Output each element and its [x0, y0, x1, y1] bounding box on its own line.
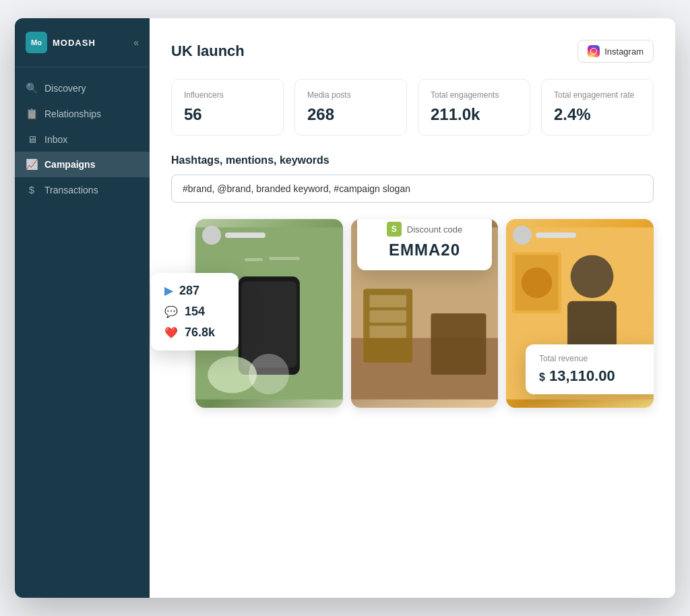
sidebar-nav: 🔍 Discovery 📋 Relationships 🖥 Inbox 📈 Ca…: [15, 67, 150, 598]
card-avatar-1: [202, 226, 265, 245]
campaigns-icon: 📈: [26, 158, 38, 171]
discount-header: S Discount code: [373, 222, 476, 237]
app-name: MODASH: [53, 38, 96, 48]
sidebar-item-label: Inbox: [44, 134, 67, 145]
svg-rect-9: [369, 295, 406, 307]
inbox-icon: 🖥: [26, 133, 38, 145]
sidebar-item-label: Transactions: [44, 185, 98, 195]
discovery-icon: 🔍: [26, 82, 38, 94]
likes-value: 76.8k: [185, 326, 215, 340]
comments-row: 💬 154: [164, 305, 225, 319]
plays-value: 287: [179, 284, 199, 298]
transactions-icon: $: [26, 184, 38, 195]
svg-point-21: [522, 268, 553, 299]
stat-label: Influencers: [184, 90, 271, 100]
stat-value: 56: [184, 105, 271, 124]
sidebar-item-campaigns[interactable]: 📈 Campaigns: [15, 152, 150, 177]
stat-label: Total engagement rate: [554, 90, 641, 100]
heart-icon: ❤️: [164, 326, 178, 339]
stat-card-engagement-rate: Total engagement rate 2.4%: [541, 79, 654, 135]
engagement-tooltip: ▶ 287 💬 154 ❤️ 76.8k: [151, 273, 239, 350]
revenue-amount: 13,110.00: [549, 367, 615, 385]
stat-value: 268: [307, 105, 394, 124]
plays-row: ▶ 287: [164, 284, 225, 298]
revenue-value-row: $ 13,110.00: [539, 367, 647, 385]
top-bar: UK launch Instagram: [171, 40, 654, 63]
sidebar-item-relationships[interactable]: 📋 Relationships: [15, 101, 150, 127]
media-card-3[interactable]: Total revenue $ 13,110.00: [506, 219, 654, 408]
svg-rect-4: [269, 257, 300, 260]
revenue-currency: $: [539, 371, 545, 383]
sidebar: Mo MODASH « 🔍 Discovery 📋 Relationships …: [15, 18, 150, 598]
stat-card-influencers: Influencers 56: [171, 79, 284, 135]
media-grid-area: ▶ 287 💬 154 ❤️ 76.8k: [171, 219, 654, 408]
stats-row: Influencers 56 Media posts 268 Total eng…: [171, 79, 654, 135]
media-card-2[interactable]: S Discount code EMMA20: [351, 219, 499, 408]
sidebar-item-inbox[interactable]: 🖥 Inbox: [15, 127, 150, 152]
stat-value: 211.0k: [431, 105, 518, 124]
relationships-icon: 📋: [26, 108, 38, 120]
platform-label: Instagram: [604, 47, 644, 57]
discount-label: Discount code: [407, 224, 462, 235]
avatar: [513, 226, 532, 245]
collapse-button[interactable]: «: [133, 37, 139, 48]
stat-card-media-posts: Media posts 268: [294, 79, 407, 135]
platform-selector[interactable]: Instagram: [577, 40, 654, 63]
logo-area: Mo MODASH: [26, 32, 96, 53]
hashtags-title: Hashtags, mentions, keywords: [171, 154, 654, 166]
avatar: [202, 226, 221, 245]
likes-row: ❤️ 76.8k: [164, 326, 225, 340]
svg-rect-12: [431, 313, 486, 375]
svg-rect-11: [369, 326, 406, 338]
comment-icon: 💬: [164, 305, 178, 318]
hashtags-section: Hashtags, mentions, keywords: [171, 154, 654, 219]
sidebar-item-label: Relationships: [44, 109, 101, 119]
main-content: UK launch Instagram Influencers 56 Media…: [150, 18, 675, 598]
svg-rect-10: [369, 310, 406, 322]
stat-label: Total engagements: [431, 90, 518, 100]
avatar-name-placeholder: [225, 233, 265, 238]
app-wrapper: Mo MODASH « 🔍 Discovery 📋 Relationships …: [15, 18, 675, 598]
revenue-tooltip: Total revenue $ 13,110.00: [526, 344, 654, 394]
shopify-icon: S: [387, 222, 402, 237]
page-title: UK launch: [171, 42, 245, 60]
avatar-name-placeholder: [536, 233, 576, 238]
sidebar-item-discovery[interactable]: 🔍 Discovery: [15, 75, 150, 101]
svg-rect-2: [241, 282, 296, 368]
discount-code: EMMA20: [373, 241, 476, 259]
sidebar-header: Mo MODASH «: [15, 18, 150, 67]
play-icon: ▶: [164, 284, 172, 297]
stat-label: Media posts: [307, 90, 394, 100]
hashtag-input[interactable]: [171, 175, 654, 203]
instagram-icon: [588, 45, 600, 57]
svg-point-5: [208, 357, 257, 394]
discount-tooltip: S Discount code EMMA20: [357, 219, 492, 270]
sidebar-item-label: Campaigns: [44, 159, 95, 170]
comments-value: 154: [185, 305, 205, 319]
sidebar-item-transactions[interactable]: $ Transactions: [15, 177, 150, 202]
sidebar-item-label: Discovery: [44, 83, 86, 94]
revenue-label: Total revenue: [539, 354, 647, 363]
stat-value: 2.4%: [554, 105, 641, 124]
stat-card-engagements: Total engagements 211.0k: [418, 79, 530, 135]
logo-icon: Mo: [26, 32, 47, 53]
svg-rect-3: [245, 258, 263, 261]
card-avatar-3: [513, 226, 576, 245]
